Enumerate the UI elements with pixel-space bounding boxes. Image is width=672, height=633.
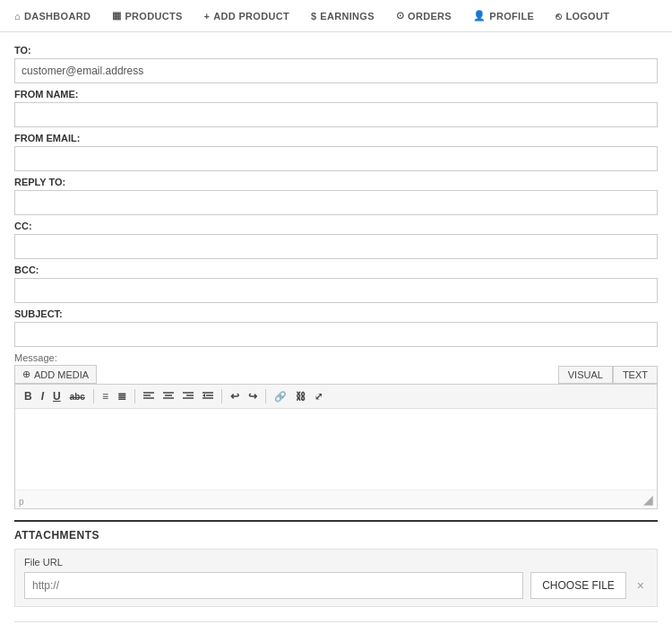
file-url-label: File URL	[24, 557, 648, 568]
unlink-button[interactable]: ⛓	[292, 389, 309, 403]
visual-text-toggle: VISUAL TEXT	[558, 366, 658, 384]
from-name-label: FROM NAME:	[14, 89, 658, 100]
attachments-inner: File URL CHOOSE FILE ×	[14, 549, 658, 607]
unordered-list-button[interactable]: ≡	[99, 388, 112, 404]
profile-icon: 👤	[473, 10, 486, 22]
file-remove-button[interactable]: ×	[633, 578, 648, 593]
to-input[interactable]	[14, 58, 658, 83]
orders-icon: ⊙	[396, 10, 404, 22]
toolbar-sep-1	[93, 389, 94, 403]
visual-button[interactable]: VISUAL	[558, 366, 613, 384]
earnings-icon: $	[311, 11, 316, 22]
from-name-field-group: FROM NAME:	[14, 89, 658, 127]
nav-add-product[interactable]: + ADD PRODUCT	[204, 11, 289, 22]
from-email-field-group: FROM EMAIL:	[14, 133, 658, 171]
nav-dashboard[interactable]: ⌂ DASHBOARD	[14, 11, 90, 22]
bcc-label: BCC:	[14, 264, 658, 275]
logout-icon: ⎋	[556, 11, 562, 22]
editor-top-toolbar: ⊕ ADD MEDIA VISUAL TEXT	[14, 365, 658, 384]
strikethrough-button[interactable]: abc	[66, 390, 89, 403]
resize-handle[interactable]: ◢	[643, 492, 653, 507]
add-media-icon: ⊕	[22, 369, 30, 380]
to-field-group: TO:	[14, 45, 658, 83]
ordered-list-button[interactable]: ≣	[114, 388, 130, 404]
file-url-row: CHOOSE FILE ×	[24, 572, 648, 599]
add-icon: +	[204, 11, 211, 22]
cc-field-group: CC:	[14, 221, 658, 259]
toolbar-sep-2	[134, 389, 135, 403]
reply-to-field-group: REPLY TO:	[14, 177, 658, 215]
link-button[interactable]: 🔗	[271, 389, 290, 404]
underline-button[interactable]: U	[49, 388, 65, 404]
main-nav: ⌂ DASHBOARD ▦ PRODUCTS + ADD PRODUCT $ E…	[0, 0, 672, 32]
nav-earnings[interactable]: $ EARNINGS	[311, 11, 375, 22]
attachments-section: ATTACHMENTS File URL CHOOSE FILE ×	[14, 520, 658, 607]
editor-toolbar: B I U abc ≡ ≣	[15, 385, 657, 409]
message-editor-body[interactable]	[15, 409, 657, 490]
subject-field-group: SUBJECT:	[14, 308, 658, 347]
from-email-input[interactable]	[14, 146, 658, 171]
indent-button[interactable]	[199, 388, 217, 404]
dashboard-icon: ⌂	[14, 11, 21, 22]
editor-bottom-bar: p ◢	[15, 490, 657, 508]
nav-profile[interactable]: 👤 PROFILE	[473, 10, 534, 22]
bcc-input[interactable]	[14, 278, 658, 303]
reply-to-label: REPLY TO:	[14, 177, 658, 187]
message-field-group: Message: ⊕ ADD MEDIA VISUAL TEXT B I U a…	[14, 352, 658, 509]
editor-tag-indicator: p	[19, 497, 24, 507]
editor-wrapper: B I U abc ≡ ≣	[14, 384, 658, 509]
redo-button[interactable]: ↪	[245, 388, 261, 404]
choose-file-button[interactable]: CHOOSE FILE	[530, 572, 626, 599]
email-compose-form: TO: FROM NAME: FROM EMAIL: REPLY TO: CC:…	[0, 32, 672, 633]
nav-orders[interactable]: ⊙ ORDERS	[396, 10, 452, 22]
send-button-wrapper: SEND MESSAGE	[14, 621, 658, 633]
file-url-input[interactable]	[24, 572, 523, 599]
message-label: Message:	[14, 352, 658, 363]
reply-to-input[interactable]	[14, 190, 658, 215]
cc-input[interactable]	[14, 234, 658, 259]
bold-button[interactable]: B	[21, 388, 36, 404]
subject-label: SUBJECT:	[14, 308, 658, 319]
nav-logout[interactable]: ⎋ LOGOUT	[556, 11, 609, 22]
bcc-field-group: BCC:	[14, 264, 658, 303]
italic-button[interactable]: I	[38, 388, 47, 404]
from-name-input[interactable]	[14, 102, 658, 127]
undo-button[interactable]: ↩	[227, 388, 243, 404]
align-right-button[interactable]	[179, 388, 197, 404]
subject-input[interactable]	[14, 322, 658, 347]
cc-label: CC:	[14, 221, 658, 231]
nav-products[interactable]: ▦ PRODUCTS	[112, 10, 182, 22]
products-icon: ▦	[112, 10, 121, 22]
attachments-title: ATTACHMENTS	[14, 529, 658, 542]
align-left-button[interactable]	[140, 388, 158, 404]
toolbar-sep-3	[221, 389, 222, 403]
align-center-button[interactable]	[159, 388, 177, 404]
from-email-label: FROM EMAIL:	[14, 133, 658, 143]
to-label: TO:	[14, 45, 658, 56]
text-button[interactable]: TEXT	[613, 366, 658, 384]
fullscreen-button[interactable]: ⤢	[311, 389, 326, 404]
toolbar-sep-4	[265, 389, 266, 403]
add-media-button[interactable]: ⊕ ADD MEDIA	[14, 365, 97, 384]
